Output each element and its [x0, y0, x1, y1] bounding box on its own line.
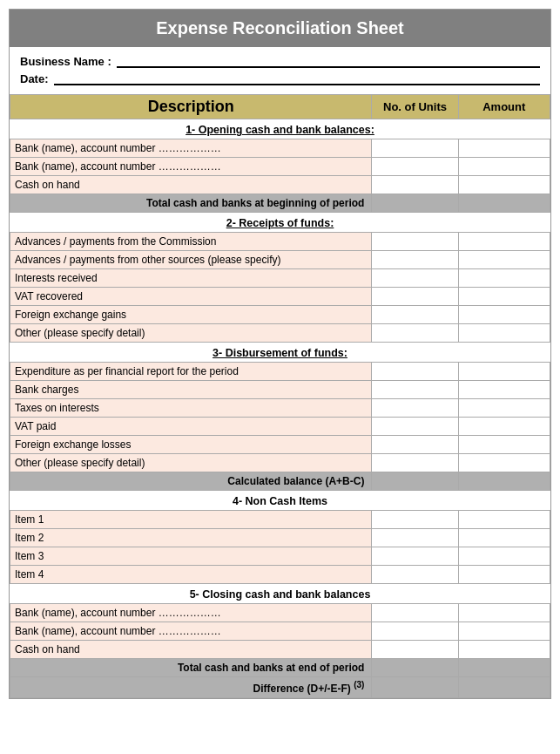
units-cell[interactable]: [372, 511, 458, 529]
amount-cell[interactable]: [458, 436, 550, 454]
date-label: Date:: [20, 72, 49, 85]
header-units: No. of Units: [372, 95, 458, 119]
units-cell[interactable]: [372, 269, 458, 288]
business-name-label: Business Name :: [20, 55, 111, 68]
business-name-row: Business Name :: [20, 54, 540, 68]
units-cell[interactable]: [372, 418, 458, 436]
amount-cell[interactable]: [458, 381, 550, 399]
table-row: Foreign exchange gains: [10, 306, 550, 324]
desc-cell: Other (please specify detail): [10, 324, 372, 343]
units-cell[interactable]: [372, 288, 458, 306]
desc-cell: Foreign exchange gains: [10, 306, 372, 324]
table-row: Other (please specify detail): [10, 454, 550, 472]
units-cell[interactable]: [372, 529, 458, 547]
table-row: Bank charges: [10, 381, 550, 399]
date-input[interactable]: [54, 71, 540, 85]
desc-cell: VAT paid: [10, 418, 372, 436]
table-row: VAT recovered: [10, 288, 550, 306]
amount-cell[interactable]: [458, 306, 550, 324]
units-cell[interactable]: [372, 641, 458, 659]
header-amount: Amount: [458, 95, 550, 119]
units-cell[interactable]: [372, 306, 458, 324]
amount-cell[interactable]: [458, 604, 550, 622]
total-amount: [458, 659, 550, 677]
table-row: Item 1: [10, 511, 550, 529]
desc-cell: Expenditure as per financial report for …: [10, 363, 372, 381]
desc-cell: Bank (name), account number ………………: [10, 622, 372, 641]
difference-units: [372, 677, 458, 698]
amount-cell[interactable]: [458, 529, 550, 547]
amount-cell[interactable]: [458, 251, 550, 269]
units-cell[interactable]: [372, 604, 458, 622]
table-row: Bank (name), account number ………………: [10, 139, 550, 158]
table-row: Bank (name), account number ………………: [10, 622, 550, 641]
desc-cell: VAT recovered: [10, 288, 372, 306]
amount-cell[interactable]: [458, 363, 550, 381]
section-header-section-4: 4- Non Cash Items: [10, 491, 550, 511]
amount-cell[interactable]: [458, 288, 550, 306]
amount-cell[interactable]: [458, 641, 550, 659]
table-row: Taxes on interests: [10, 399, 550, 418]
page-wrapper: Expense Reconciliation Sheet Business Na…: [9, 9, 551, 699]
amount-cell[interactable]: [458, 399, 550, 418]
desc-cell: Item 3: [10, 547, 372, 566]
units-cell[interactable]: [372, 622, 458, 641]
table-row: Other (please specify detail): [10, 324, 550, 343]
desc-cell: Taxes on interests: [10, 399, 372, 418]
desc-cell: Item 4: [10, 566, 372, 584]
amount-cell[interactable]: [458, 511, 550, 529]
table-row: Cash on hand: [10, 176, 550, 194]
total-units: [372, 194, 458, 213]
amount-cell[interactable]: [458, 566, 550, 584]
total-label: Total cash and banks at beginning of per…: [10, 194, 372, 213]
desc-cell: Item 1: [10, 511, 372, 529]
total-units: [372, 472, 458, 491]
units-cell[interactable]: [372, 233, 458, 251]
amount-cell[interactable]: [458, 139, 550, 158]
total-amount: [458, 194, 550, 213]
amount-cell[interactable]: [458, 269, 550, 288]
difference-label: Difference (D+/-E-F) (3): [10, 677, 372, 698]
units-cell[interactable]: [372, 139, 458, 158]
amount-cell[interactable]: [458, 622, 550, 641]
table-row: Interests received: [10, 269, 550, 288]
desc-cell: Advances / payments from other sources (…: [10, 251, 372, 269]
meta-section: Business Name : Date:: [10, 47, 550, 94]
amount-cell[interactable]: [458, 454, 550, 472]
desc-cell: Cash on hand: [10, 641, 372, 659]
table-row: Cash on hand: [10, 641, 550, 659]
table-row: Advances / payments from the Commission: [10, 233, 550, 251]
table-header-row: Description No. of Units Amount: [10, 95, 550, 119]
difference-amount: [458, 677, 550, 698]
table-row: Foreign exchange losses: [10, 436, 550, 454]
units-cell[interactable]: [372, 324, 458, 343]
desc-cell: Cash on hand: [10, 176, 372, 194]
units-cell[interactable]: [372, 399, 458, 418]
amount-cell[interactable]: [458, 233, 550, 251]
units-cell[interactable]: [372, 381, 458, 399]
amount-cell[interactable]: [458, 418, 550, 436]
table-row: Item 3: [10, 547, 550, 566]
table-row: Expenditure as per financial report for …: [10, 363, 550, 381]
units-cell[interactable]: [372, 251, 458, 269]
units-cell[interactable]: [372, 436, 458, 454]
desc-cell: Foreign exchange losses: [10, 436, 372, 454]
total-row-section-3: Calculated balance (A+B-C): [10, 472, 550, 491]
page-title: Expense Reconciliation Sheet: [10, 10, 550, 47]
table-row: VAT paid: [10, 418, 550, 436]
amount-cell[interactable]: [458, 547, 550, 566]
units-cell[interactable]: [372, 566, 458, 584]
desc-cell: Bank charges: [10, 381, 372, 399]
main-table: Description No. of Units Amount 1- Openi…: [10, 94, 550, 698]
units-cell[interactable]: [372, 547, 458, 566]
units-cell[interactable]: [372, 363, 458, 381]
amount-cell[interactable]: [458, 158, 550, 176]
amount-cell[interactable]: [458, 324, 550, 343]
table-row: Bank (name), account number ………………: [10, 604, 550, 622]
header-description: Description: [10, 95, 372, 119]
units-cell[interactable]: [372, 158, 458, 176]
units-cell[interactable]: [372, 176, 458, 194]
amount-cell[interactable]: [458, 176, 550, 194]
units-cell[interactable]: [372, 454, 458, 472]
business-name-input[interactable]: [117, 54, 540, 68]
